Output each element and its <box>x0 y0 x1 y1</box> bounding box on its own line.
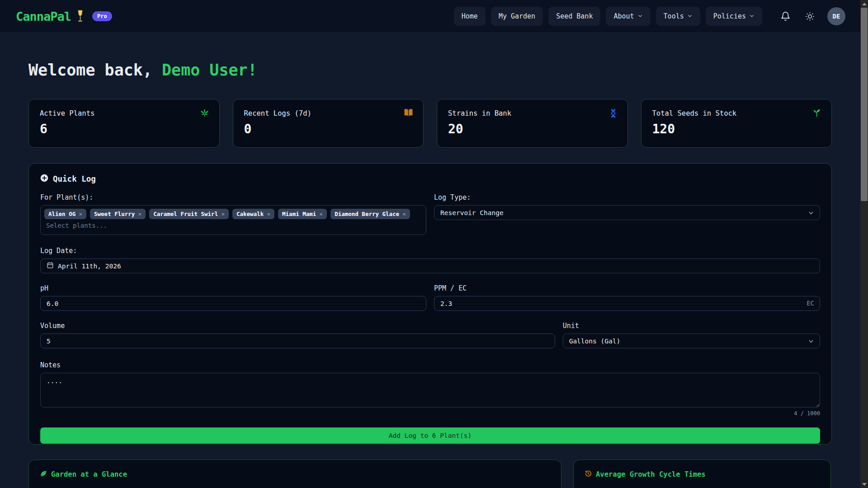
notes-textarea[interactable]: .... <box>40 373 820 408</box>
remove-tag-icon[interactable]: × <box>402 211 406 217</box>
scroll-up-button[interactable] <box>860 0 868 8</box>
stat-value: 6 <box>40 122 208 136</box>
nav-item-about[interactable]: About <box>606 7 650 26</box>
theme-toggle-sun-icon[interactable] <box>803 10 816 23</box>
plant-tag: Miami Mami× <box>278 209 327 219</box>
garden-card-title: Garden at a Glance <box>51 470 127 479</box>
log-type-select[interactable]: Reservoir Change <box>434 205 820 220</box>
calendar-icon <box>47 262 54 270</box>
unit-label: Unit <box>563 322 820 330</box>
remove-tag-icon[interactable]: × <box>221 211 225 217</box>
stat-value: 0 <box>244 122 413 136</box>
notes-label: Notes <box>40 361 820 369</box>
stat-card-recent-logs: Recent Logs (7d) 0 <box>233 99 424 148</box>
remove-tag-icon[interactable]: × <box>138 211 142 217</box>
brand-name: CannaPal <box>16 9 71 23</box>
cannabis-leaf-icon <box>200 108 209 120</box>
nav-item-policies[interactable]: Policies <box>706 7 762 26</box>
nav-item-home[interactable]: Home <box>454 7 486 26</box>
ppm-ec-label: PPM / EC <box>434 284 820 292</box>
plant-tag: Caramel Fruit Swirl× <box>149 209 229 219</box>
quick-log-header: Quick Log <box>40 174 820 184</box>
quick-log-card: Quick Log For Plant(s): Alien OG× Sweet … <box>28 163 832 445</box>
chevron-down-icon <box>749 12 755 20</box>
dna-icon <box>609 108 618 120</box>
remove-tag-icon[interactable]: × <box>319 211 323 217</box>
notes-char-counter: 4 / 1000 <box>40 410 820 417</box>
page-title: Welcome back, Demo User! <box>28 61 832 79</box>
log-date-input[interactable]: April 11th, 2026 <box>40 258 820 273</box>
leaf-icon <box>40 470 47 479</box>
quick-log-title: Quick Log <box>53 174 96 183</box>
seedling-icon <box>812 108 821 119</box>
main-content: Welcome back, Demo User! Active Plants 6… <box>28 61 832 488</box>
open-book-icon <box>404 108 413 119</box>
stat-card-total-seeds: Total Seeds in Stock 120 <box>641 99 832 148</box>
stats-row: Active Plants 6 Recent Logs (7d) 0 <box>28 99 832 148</box>
unit-select[interactable]: Gallons (Gal) <box>563 333 820 348</box>
navbar: CannaPal Pro Home My Garden Seed Bank Ab… <box>0 0 868 33</box>
history-clock-icon <box>585 470 592 479</box>
user-avatar[interactable]: DE <box>827 7 845 25</box>
plant-tag: Alien OG× <box>44 209 86 219</box>
stat-value: 20 <box>448 122 617 136</box>
welcome-prefix: Welcome back, <box>28 61 162 79</box>
stat-card-strains-in-bank: Strains in Bank 20 <box>437 99 628 148</box>
bottom-row: Garden at a Glance In Veg (4) Average Gr… <box>28 460 832 488</box>
volume-input[interactable] <box>40 333 555 348</box>
add-log-button[interactable]: Add Log to 6 Plant(s) <box>40 427 820 444</box>
ppm-ec-input[interactable] <box>434 296 820 311</box>
garden-card-header: Garden at a Glance <box>40 470 550 479</box>
chevron-down-icon <box>808 338 814 346</box>
plant-tag: Diamond Berry Glace× <box>330 209 410 219</box>
growth-cycle-card: Average Growth Cycle Times <box>573 460 831 488</box>
stat-label: Strains in Bank <box>448 109 617 117</box>
log-date-value: April 11th, 2026 <box>58 263 121 270</box>
page-scrollbar[interactable] <box>860 0 868 488</box>
log-date-label: Log Date: <box>40 247 820 255</box>
nav-item-seed-bank[interactable]: Seed Bank <box>548 7 600 26</box>
stat-label: Active Plants <box>40 109 208 117</box>
nav-item-my-garden[interactable]: My Garden <box>491 7 543 26</box>
chevron-down-icon <box>637 12 643 20</box>
plant-multiselect[interactable]: Alien OG× Sweet Flurry× Caramel Fruit Sw… <box>40 205 426 235</box>
plus-circle-icon <box>40 174 48 184</box>
stat-label: Total Seeds in Stock <box>652 109 821 117</box>
plant-tag: Sweet Flurry× <box>90 209 146 219</box>
champagne-glass-icon <box>76 10 84 23</box>
stat-label: Recent Logs (7d) <box>244 109 413 117</box>
plants-placeholder: Select plants... <box>46 222 422 229</box>
scroll-down-button[interactable] <box>860 480 868 488</box>
notifications-bell-icon[interactable] <box>778 9 793 23</box>
plant-tag: Cakewalk× <box>232 209 274 219</box>
chevron-down-icon <box>687 12 693 20</box>
main-nav: Home My Garden Seed Bank About Tools <box>454 7 762 26</box>
growth-cycle-title: Average Growth Cycle Times <box>596 470 706 479</box>
log-type-label: Log Type: <box>434 193 820 202</box>
nav-item-tools[interactable]: Tools <box>656 7 700 26</box>
ph-label: pH <box>40 284 426 292</box>
remove-tag-icon[interactable]: × <box>267 211 270 217</box>
brand-logo[interactable]: CannaPal Pro <box>16 9 112 23</box>
stat-card-active-plants: Active Plants 6 <box>28 99 220 148</box>
scrollbar-thumb[interactable] <box>861 8 868 201</box>
stat-value: 120 <box>652 122 821 136</box>
ec-suffix: EC <box>807 300 814 307</box>
growth-cycle-header: Average Growth Cycle Times <box>585 470 820 479</box>
for-plants-label: For Plant(s): <box>40 193 426 202</box>
chevron-down-icon <box>808 210 814 217</box>
welcome-username: Demo User! <box>162 61 257 79</box>
volume-label: Volume <box>40 322 555 330</box>
pro-badge: Pro <box>92 11 112 21</box>
remove-tag-icon[interactable]: × <box>79 211 82 217</box>
ph-input[interactable] <box>40 296 426 311</box>
garden-at-a-glance-card: Garden at a Glance In Veg (4) <box>28 460 561 488</box>
